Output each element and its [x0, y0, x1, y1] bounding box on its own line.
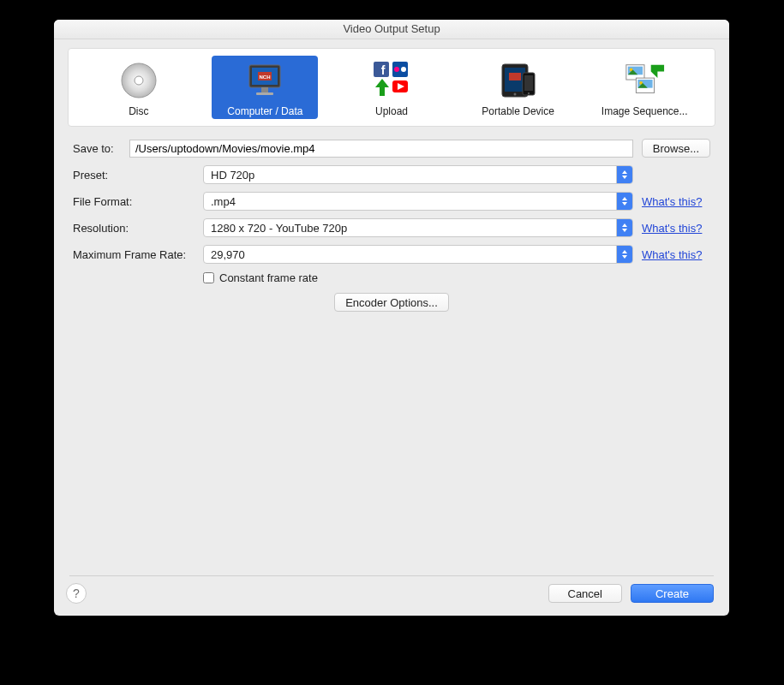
chevron-updown-icon	[616, 193, 632, 210]
tab-computer-data[interactable]: NCH Computer / Data	[212, 56, 318, 119]
tab-upload[interactable]: f Upload	[338, 56, 445, 119]
computer-icon: NCH	[243, 59, 286, 102]
tab-label: Computer / Data	[227, 105, 302, 117]
tab-disc[interactable]: Disc	[86, 56, 192, 119]
chevron-updown-icon	[616, 246, 632, 263]
frame-rate-label: Maximum Frame Rate:	[73, 248, 203, 261]
svg-point-23	[528, 92, 530, 94]
dialog-footer: ? Cancel Create	[66, 581, 714, 605]
svg-point-12	[401, 67, 406, 72]
whats-this-link-resolution[interactable]: What's this?	[642, 222, 710, 235]
image-sequence-icon	[623, 59, 666, 102]
tab-portable-device[interactable]: Portable Device	[465, 56, 572, 119]
tab-image-sequence[interactable]: Image Sequence...	[591, 56, 697, 119]
disc-icon	[117, 59, 160, 102]
help-icon[interactable]: ?	[66, 583, 87, 604]
browse-button[interactable]: Browse...	[642, 139, 710, 158]
resolution-label: Resolution:	[73, 222, 203, 235]
create-button[interactable]: Create	[631, 584, 714, 603]
file-format-select[interactable]: .mp4	[203, 192, 633, 211]
svg-point-20	[513, 93, 516, 96]
whats-this-link-framerate[interactable]: What's this?	[642, 248, 710, 261]
save-to-label: Save to:	[73, 142, 129, 155]
preset-label: Preset:	[73, 169, 203, 182]
tab-label: Upload	[375, 105, 408, 117]
constant-frame-rate-checkbox[interactable]	[203, 272, 214, 283]
cancel-button[interactable]: Cancel	[548, 584, 622, 603]
tab-label: Disc	[129, 105, 148, 117]
whats-this-link-format[interactable]: What's this?	[642, 195, 710, 208]
resolution-select[interactable]: 1280 x 720 - YouTube 720p	[203, 218, 633, 237]
chevron-updown-icon	[616, 166, 632, 183]
svg-text:f: f	[381, 63, 386, 77]
chevron-updown-icon	[616, 219, 632, 236]
svg-text:NCH: NCH	[260, 74, 271, 80]
frame-rate-select[interactable]: 29,970	[203, 245, 633, 264]
upload-icon: f	[370, 59, 413, 102]
tab-label: Image Sequence...	[601, 105, 688, 117]
tab-label: Portable Device	[482, 105, 554, 117]
constant-frame-rate-label: Constant frame rate	[219, 271, 318, 284]
preset-select[interactable]: HD 720p	[203, 165, 633, 184]
svg-rect-6	[261, 87, 268, 92]
file-format-label: File Format:	[73, 195, 203, 208]
encoder-options-button[interactable]: Encoder Options...	[334, 293, 449, 312]
svg-rect-22	[524, 75, 533, 91]
output-type-toolbar: Disc NCH Computer / Data f	[68, 48, 715, 127]
portable-device-icon	[497, 59, 540, 102]
save-to-input[interactable]	[129, 140, 633, 158]
svg-rect-16	[380, 86, 385, 96]
dialog-window: Video Output Setup Disc	[54, 20, 729, 616]
svg-marker-32	[651, 65, 664, 78]
separator	[69, 575, 714, 576]
window-title: Video Output Setup	[54, 20, 729, 39]
svg-point-11	[394, 67, 399, 72]
svg-rect-19	[509, 73, 521, 80]
content-area: Save to: Browse... Preset: HD 720p x Fil…	[54, 127, 729, 616]
svg-point-1	[135, 76, 143, 85]
svg-rect-7	[256, 92, 273, 95]
